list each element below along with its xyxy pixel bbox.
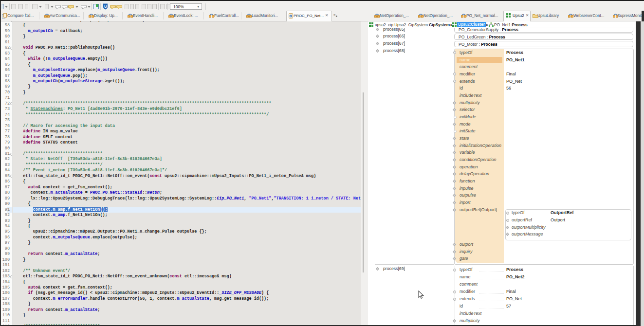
svg-text:U: U bbox=[104, 4, 107, 9]
